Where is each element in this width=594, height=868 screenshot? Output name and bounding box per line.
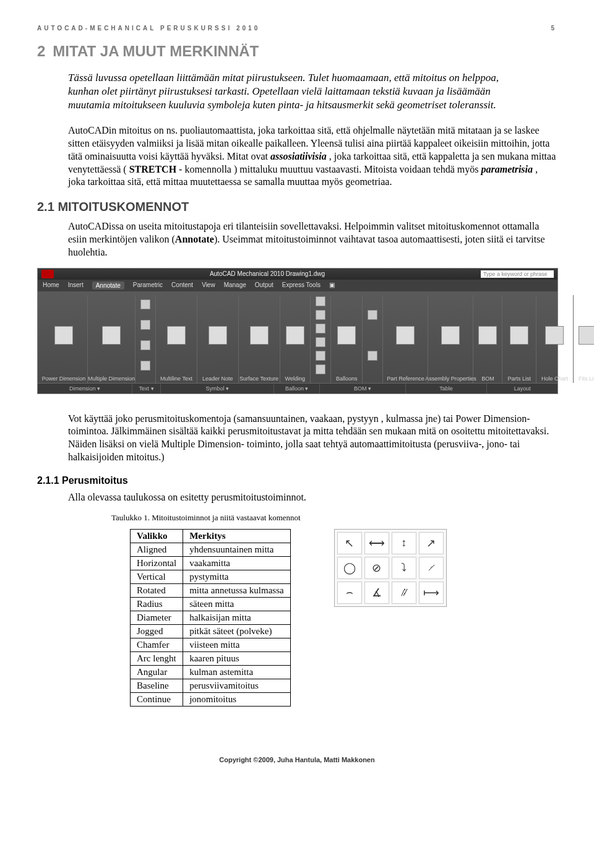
assembly-properties-icon — [441, 326, 460, 345]
tab-content[interactable]: Content — [171, 281, 193, 290]
table-row: Diameterhalkaisijan mitta — [131, 611, 291, 624]
panel-multiple-dimension[interactable]: Multiple Dimension — [88, 295, 136, 383]
table-header-merkitys: Merkitys — [183, 529, 290, 543]
panel-dimension-small[interactable] — [136, 295, 156, 383]
table-caption: Taulukko 1. Mitoitustoiminnot ja niitä v… — [111, 513, 557, 523]
balloon-icon-2 — [368, 351, 377, 361]
app-title: AutoCAD Mechanical 2010 Drawing1.dwg — [210, 270, 325, 277]
section-2-1-1-body: Alla olevassa taulukossa on esitetty per… — [68, 491, 557, 504]
sym-icon-6 — [316, 364, 325, 374]
panel-assembly-properties[interactable]: Assembly Properties — [428, 295, 473, 383]
table-header-valikko: Valikko — [131, 529, 183, 543]
table-row: Angularkulman astemitta — [131, 665, 291, 679]
app-menu-icon[interactable] — [41, 270, 54, 278]
panel-welding[interactable]: Welding — [280, 295, 311, 383]
tab-annotate[interactable]: Annotate — [92, 281, 124, 290]
section-2-1-body-2: Vot käyttää joko perusmitoituskomentoja … — [68, 413, 557, 464]
dim-icon-1 — [140, 299, 150, 309]
power-dimension-icon — [54, 326, 73, 345]
table-row: Baselineperusviivamitoitus — [131, 679, 291, 692]
welding-icon — [286, 326, 304, 345]
sym-icon-1 — [316, 296, 325, 306]
tab-overflow-icon[interactable]: ▣ — [329, 281, 335, 290]
horizontal-icon[interactable]: ⟷ — [364, 532, 389, 554]
bom-icon — [478, 326, 497, 345]
diameter-icon[interactable]: ⊘ — [364, 557, 389, 579]
radius-icon[interactable]: ◯ — [337, 557, 362, 579]
continue-icon[interactable]: ⟼ — [419, 582, 444, 604]
panel-footer-layout[interactable]: Layout — [487, 384, 557, 393]
panel-surface-texture[interactable]: Surface Texture — [239, 295, 280, 383]
sym-icon-2 — [316, 310, 325, 320]
sym-icon-3 — [316, 324, 325, 333]
parts-list-icon — [510, 326, 528, 345]
tab-output[interactable]: Output — [255, 281, 273, 290]
header-title: AUTOCAD-MECHANICAL PERUSKURSSI 2010 — [37, 25, 260, 32]
panel-balloon-small[interactable] — [363, 295, 383, 383]
hole-chart-icon — [545, 326, 564, 345]
fits-list-icon — [579, 326, 594, 345]
ribbon-panel-footers: Dimension ▾ Text ▾ Symbol ▾ Balloon ▾ BO… — [38, 383, 557, 393]
balloon-icon-1 — [368, 310, 377, 320]
panel-footer-text[interactable]: Text ▾ — [132, 384, 161, 393]
tab-view[interactable]: View — [202, 281, 215, 290]
page-footer: Copyright ©2009, Juha Hantula, Matti Mak… — [37, 756, 557, 763]
panel-leader-note[interactable]: Leader Note — [197, 295, 239, 383]
panel-power-dimension[interactable]: Power Dimension — [40, 295, 88, 383]
panel-footer-table[interactable]: Table — [406, 384, 488, 393]
table-row: Alignedyhdensuuntainen mitta — [131, 543, 291, 556]
panel-parts-list[interactable]: Parts List — [502, 295, 536, 383]
angular-icon[interactable]: ∡ — [364, 582, 389, 604]
panel-multiline-text[interactable]: Multiline Text — [156, 295, 197, 383]
leader-note-icon — [209, 326, 227, 345]
panel-symbol-small[interactable] — [311, 295, 331, 383]
balloons-icon — [337, 326, 356, 345]
table-row: Verticalpystymitta — [131, 570, 291, 583]
panel-footer-dimension[interactable]: Dimension ▾ — [38, 384, 132, 393]
panel-footer-balloon[interactable]: Balloon ▾ — [274, 384, 320, 393]
panel-footer-symbol[interactable]: Symbol ▾ — [161, 384, 274, 393]
search-input[interactable]: Type a keyword or phrase — [481, 270, 554, 278]
table-row: Rotatedmitta annetussa kulmassa — [131, 583, 291, 597]
panel-footer-bom[interactable]: BOM ▾ — [320, 384, 406, 393]
tab-express-tools[interactable]: Express Tools — [282, 281, 321, 290]
table-row: Continuejonomitoitus — [131, 692, 291, 706]
baseline-icon[interactable]: ⫽ — [392, 582, 416, 604]
rotated-icon[interactable]: ↗ — [419, 532, 444, 554]
panel-fits-list[interactable]: Fits List — [574, 295, 594, 383]
table-row: Radiussäteen mitta — [131, 597, 291, 611]
table-row: Arc lenghtkaaren pituus — [131, 651, 291, 665]
section-2-1-heading: 2.1 MITOITUSKOMENNOT — [37, 200, 557, 214]
chamfer-icon[interactable]: ⟋ — [419, 557, 444, 579]
table-row: Horizontalvaakamitta — [131, 556, 291, 570]
multiple-dimension-icon — [102, 326, 121, 345]
tab-manage[interactable]: Manage — [224, 281, 246, 290]
tab-insert[interactable]: Insert — [68, 281, 84, 290]
panel-part-reference[interactable]: Part Reference — [383, 295, 428, 383]
multiline-text-icon — [167, 326, 186, 345]
sym-icon-5 — [316, 351, 325, 361]
section-2-body: AutoCADin mitoitus on ns. puoliautomaatt… — [68, 124, 557, 189]
jogged-icon[interactable]: ⤵ — [392, 557, 416, 579]
dim-icon-4 — [140, 361, 150, 371]
section-2-intro: Tässä luvussa opetellaan liittämään mita… — [68, 71, 526, 112]
dim-icon-2 — [140, 320, 150, 330]
panel-hole-chart[interactable]: Hole Chart — [536, 295, 574, 383]
arc-length-icon[interactable]: ⌢ — [337, 582, 362, 604]
section-2-1-1-heading: 2.1.1 Perusmitoitus — [37, 475, 557, 486]
ribbon-titlebar: AutoCAD Mechanical 2010 Drawing1.dwg Typ… — [38, 269, 557, 280]
header-page-number: 5 — [551, 25, 557, 32]
vertical-icon[interactable]: ↕ — [392, 532, 416, 554]
section-2-heading: 2MITAT JA MUUT MERKINNÄT — [37, 43, 557, 60]
panel-bom[interactable]: BOM — [473, 295, 502, 383]
surface-texture-icon — [250, 326, 269, 345]
ribbon-tabs: Home Insert Annotate Parametric Content … — [38, 280, 557, 291]
section-2-1-body-1: AutoCADissa on useita mitoitustapoja eri… — [68, 220, 557, 259]
tab-home[interactable]: Home — [43, 281, 59, 290]
page-header: AUTOCAD-MECHANICAL PERUSKURSSI 2010 5 — [37, 25, 557, 32]
ribbon-body: Power Dimension Multiple Dimension Multi… — [38, 291, 557, 383]
tab-parametric[interactable]: Parametric — [133, 281, 163, 290]
aligned-icon[interactable]: ↖ — [337, 532, 362, 554]
panel-balloons[interactable]: Balloons — [331, 295, 363, 383]
table-row: Joggedpitkät säteet (polveke) — [131, 624, 291, 638]
